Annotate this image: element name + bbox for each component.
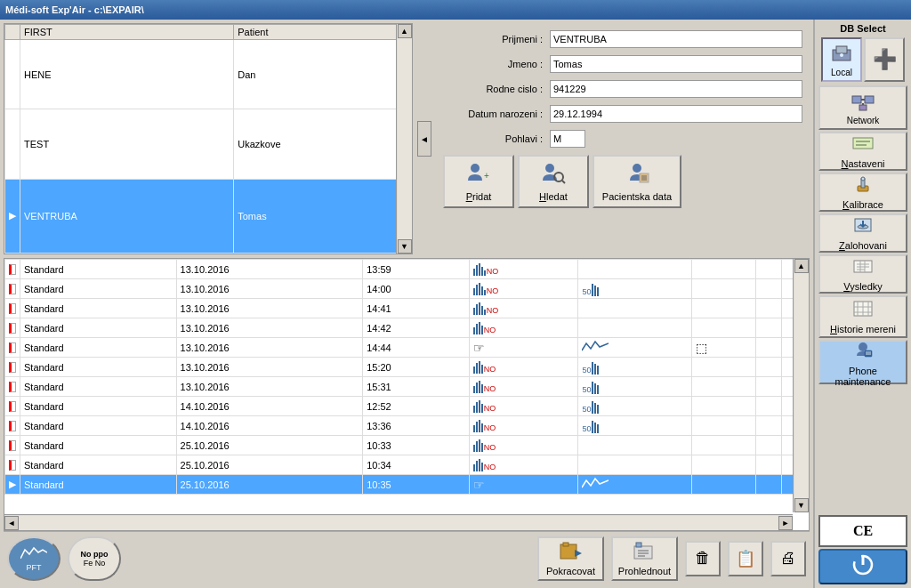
input-jmeno[interactable] xyxy=(550,55,802,73)
scroll-down-btn[interactable]: ▼ xyxy=(398,239,412,254)
top-section: FIRST Patient HENE Dan TEST xyxy=(4,23,810,254)
collapse-btn[interactable]: ◄ xyxy=(417,121,431,157)
pft-label: PFT xyxy=(27,563,42,572)
pokracovat-button[interactable]: Pokracovat xyxy=(537,536,604,581)
historie-button[interactable]: Historie mereni xyxy=(818,295,907,338)
pacientska-icon xyxy=(624,161,650,189)
table-row[interactable]: Standard 14.10.2016 13:36 NO 50 xyxy=(5,416,809,436)
table-row[interactable]: Standard 25.10.2016 10:34 NO xyxy=(5,455,809,475)
zalohovani-button[interactable]: Zalohovani xyxy=(818,213,907,253)
input-pohlavi[interactable] xyxy=(550,130,585,148)
zalohovani-icon xyxy=(852,216,874,238)
table-row[interactable]: Standard 13.10.2016 13:59 NO xyxy=(5,260,809,279)
chart-bar2: 50 xyxy=(582,282,599,296)
measurements-section: Standard 13.10.2016 13:59 NO xyxy=(4,258,810,531)
label-rodne-cislo: Rodne cislo : xyxy=(443,84,550,94)
delete-button[interactable]: 🗑 xyxy=(685,541,721,576)
field-jmeno: Jmeno : xyxy=(443,55,802,73)
table-row[interactable]: Standard 13.10.2016 14:00 NO 50 xyxy=(5,279,809,299)
row-flag xyxy=(9,323,16,334)
prohlednout-button[interactable]: Prohlednout xyxy=(611,536,678,581)
kalibrace-label: Kalibrace xyxy=(842,199,883,210)
table-row[interactable]: TEST Ukazkove xyxy=(5,109,412,179)
measurements-scrollbar[interactable]: ▲ ▼ xyxy=(793,259,809,512)
hledat-button[interactable]: Hledat xyxy=(518,155,589,208)
phone-maintenance-button[interactable]: Phone maintenance xyxy=(818,340,907,384)
table-row[interactable]: Standard 13.10.2016 14:44 ☞ ⬚ xyxy=(5,338,809,358)
label-pohlavi: Pohlavi : xyxy=(443,133,550,144)
vysledky-label: Vysledky xyxy=(843,281,883,292)
main-content: FIRST Patient HENE Dan TEST xyxy=(0,20,813,588)
svg-rect-21 xyxy=(865,96,874,103)
chart-bar: NO xyxy=(473,457,496,471)
kalibrace-icon xyxy=(852,175,874,197)
input-datum[interactable] xyxy=(550,105,802,123)
row-flag xyxy=(9,440,16,451)
chart-bar: NO xyxy=(473,320,496,334)
kalibrace-button[interactable]: Kalibrace xyxy=(818,173,907,212)
chart-bar2: 50 xyxy=(582,380,599,394)
pacientska-button[interactable]: Pacientska data xyxy=(593,155,681,208)
pft-button[interactable]: PFT xyxy=(7,536,60,581)
svg-rect-12 xyxy=(634,546,652,559)
scroll-up-btn[interactable]: ▲ xyxy=(398,24,412,38)
nastaveni-button[interactable]: Nastaveni xyxy=(818,132,907,171)
table-row[interactable]: Standard 13.10.2016 14:42 NO xyxy=(5,318,809,338)
network-label: Network xyxy=(847,116,880,125)
right-sidebar: DB Select Local ➕ xyxy=(813,20,911,588)
field-rodne-cislo: Rodne cislo : xyxy=(443,80,802,98)
table-row[interactable]: Standard 25.10.2016 10:33 NO xyxy=(5,436,809,455)
action-buttons-row: + Pridat xyxy=(443,155,802,208)
svg-rect-25 xyxy=(853,138,873,149)
pridat-button[interactable]: + Pridat xyxy=(443,155,514,208)
feno-button[interactable]: No ppo Fe No xyxy=(68,536,121,581)
table-row[interactable]: Standard 13.10.2016 14:41 NO xyxy=(5,299,809,318)
field-datum: Datum narozeni : xyxy=(443,105,802,123)
row-flag xyxy=(9,460,16,471)
zalohovani-label: Zalohovani xyxy=(839,240,887,251)
chart-bar: NO xyxy=(473,359,496,374)
svg-rect-47 xyxy=(865,350,872,357)
row-flag xyxy=(9,342,16,353)
db-buttons-row: Local ➕ xyxy=(818,37,907,82)
hscroll-right[interactable]: ► xyxy=(778,516,793,530)
network-icon xyxy=(851,91,875,114)
title-bar: Médi-soft Exp'Air - c:\EXPAIR\ xyxy=(0,0,911,20)
table-row[interactable]: Standard 13.10.2016 15:31 NO 50 xyxy=(5,377,809,397)
network-button[interactable]: Network xyxy=(818,85,907,130)
meas-scroll-up[interactable]: ▲ xyxy=(794,259,809,273)
input-rodne-cislo[interactable] xyxy=(550,80,802,98)
patient-table: FIRST Patient HENE Dan TEST xyxy=(4,24,412,254)
table-row[interactable]: HENE Dan xyxy=(5,40,412,109)
measurements-table: Standard 13.10.2016 13:59 NO xyxy=(4,259,809,495)
copy-button[interactable]: 📋 xyxy=(728,541,763,576)
ce-button[interactable]: CE xyxy=(818,515,907,547)
title-text: Médi-soft Exp'Air - c:\EXPAIR\ xyxy=(5,4,144,15)
svg-rect-23 xyxy=(859,105,867,110)
input-prijmeni[interactable] xyxy=(550,30,802,48)
vysledky-button[interactable]: Vysledky xyxy=(818,254,907,294)
chart-bar: NO xyxy=(473,301,499,315)
power-button[interactable] xyxy=(818,549,907,584)
local-button[interactable]: Local xyxy=(821,37,862,82)
pridat-label: Pridat xyxy=(466,191,492,202)
patient-list-scrollbar[interactable]: ▲ ▼ xyxy=(396,24,412,254)
measurements-hscrollbar[interactable]: ◄ ► xyxy=(4,514,793,530)
field-prijmeni: Prijmeni : xyxy=(443,30,802,48)
row-flag xyxy=(9,421,16,431)
chart-bar: NO xyxy=(473,262,499,276)
ce-label: CE xyxy=(853,523,873,539)
hscroll-left[interactable]: ◄ xyxy=(4,516,19,530)
print-button[interactable]: 🖨 xyxy=(770,541,806,576)
delete-icon: 🗑 xyxy=(695,549,711,568)
meas-scroll-down[interactable]: ▼ xyxy=(794,498,809,512)
table-row[interactable]: Standard 13.10.2016 15:20 NO 50 xyxy=(5,358,809,377)
table-row-selected[interactable]: ▶ Standard 25.10.2016 10:35 ☞ xyxy=(5,475,809,495)
pridat-icon: + xyxy=(466,161,491,189)
add-db-button[interactable]: ➕ xyxy=(864,37,905,82)
hledat-icon xyxy=(541,161,566,189)
table-row[interactable]: Standard 14.10.2016 12:52 NO 50 xyxy=(5,397,809,416)
scroll-track xyxy=(398,38,412,239)
table-row-selected[interactable]: ▶ VENTRUBA Tomas xyxy=(5,179,412,253)
svg-point-30 xyxy=(861,177,865,181)
